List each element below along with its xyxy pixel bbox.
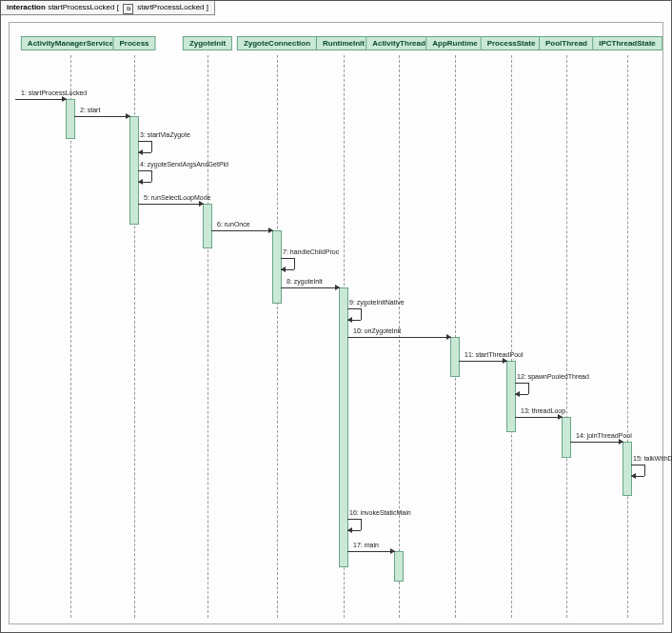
arrowhead-icon <box>558 414 563 420</box>
lifeline-header-proc: Process <box>112 36 155 50</box>
lifeline-header-rinit: RuntimeInit <box>316 36 371 50</box>
lifeline-header-pstate: ProcessState <box>481 36 543 50</box>
message-label-14: 14: joinThreadPool <box>576 432 632 439</box>
arrowhead-icon <box>281 267 286 272</box>
message-label-13: 13: threadLoop <box>521 407 565 414</box>
frame-keyword: interaction <box>7 3 46 11</box>
message-label-9: 9: zygoteInitNative <box>349 299 405 306</box>
message-label-2: 2: start <box>80 107 100 113</box>
lifeline-header-pthread: PoolThread <box>539 36 594 50</box>
lifeline-pstate <box>511 55 512 618</box>
frame-badge-text: startProcessLocked <box>137 3 204 11</box>
message-label-17: 17: main <box>353 542 379 548</box>
arrowhead-icon <box>199 201 204 207</box>
activation-rinit <box>339 287 348 567</box>
message-label-10: 10: onZygoteInit <box>353 327 401 334</box>
lifeline-pthread <box>566 55 567 618</box>
diagram-body: ActivityManagerServiceProcessZygoteInitZ… <box>9 22 663 624</box>
arrowhead-icon <box>268 227 273 233</box>
activation-aruntime <box>450 337 460 377</box>
message-arrow-1 <box>15 99 67 100</box>
lifeline-header-ams: ActivityManagerService <box>21 36 120 50</box>
arrowhead-icon <box>446 334 451 340</box>
message-label-16: 16: invokeStaticMain <box>349 509 411 516</box>
message-arrow-11 <box>459 361 507 362</box>
arrowhead-icon <box>347 317 352 323</box>
lifeline-header-athread: ActivityThread <box>366 36 432 50</box>
arrowhead-icon <box>126 113 130 119</box>
message-arrow-5 <box>138 204 204 205</box>
arrowhead-icon <box>138 179 143 185</box>
lifeline-header-zconn: ZygoteConnection <box>237 36 317 50</box>
lifeline-header-ipc: IPCThreadState <box>592 36 662 50</box>
arrowhead-icon <box>503 358 507 364</box>
activation-ams <box>66 99 75 139</box>
frame-tab: interaction startProcessLocked [ ⧉ start… <box>1 1 215 15</box>
arrowhead-icon <box>347 527 352 533</box>
arrowhead-icon <box>335 285 340 290</box>
message-label-11: 11: startThreadPool <box>464 351 523 358</box>
message-arrow-14 <box>570 442 623 443</box>
message-label-8: 8: zygoteInit <box>287 278 323 285</box>
arrowhead-icon <box>515 391 520 397</box>
message-label-5: 5: runSelectLoopMode <box>144 194 210 201</box>
message-label-12: 12: spawnPooledThread <box>517 373 589 380</box>
message-label-4: 4: zygoteSendArgsAndGetPid <box>140 161 228 168</box>
frame-name: startProcessLocked <box>48 3 114 11</box>
arrowhead-icon <box>62 96 67 102</box>
message-arrow-8 <box>281 287 340 288</box>
arrowhead-icon <box>390 548 395 554</box>
message-label-1: 1: startProcessLocked <box>21 89 87 96</box>
activation-athread <box>394 551 404 582</box>
message-arrow-6 <box>211 230 273 231</box>
message-arrow-13 <box>515 417 563 418</box>
message-label-7: 7: handleChildProc <box>283 248 339 255</box>
lifeline-zinit <box>208 55 208 618</box>
message-arrow-2 <box>74 116 130 117</box>
message-arrow-10 <box>347 337 451 338</box>
activation-pthread <box>562 417 571 458</box>
lifeline-header-aruntime: AppRuntime <box>425 36 484 50</box>
message-label-3: 3: startViaZygote <box>140 131 190 138</box>
arrowhead-icon <box>619 439 623 445</box>
arrowhead-icon <box>138 149 143 155</box>
activation-zinit <box>203 204 212 248</box>
lifeline-ipc <box>627 55 628 618</box>
lifeline-zconn <box>277 55 278 618</box>
message-arrow-17 <box>347 551 395 552</box>
sequence-diagram-icon: ⧉ <box>123 4 133 14</box>
message-label-15: 15: talkWithDriver <box>633 455 672 462</box>
activation-ipc <box>623 442 632 496</box>
diagram-canvas: interaction startProcessLocked [ ⧉ start… <box>0 0 672 633</box>
lifeline-header-zinit: ZygoteInit <box>183 36 232 50</box>
message-label-6: 6: runOnce <box>217 221 250 227</box>
arrowhead-icon <box>631 473 636 479</box>
lifeline-ams <box>70 55 71 618</box>
